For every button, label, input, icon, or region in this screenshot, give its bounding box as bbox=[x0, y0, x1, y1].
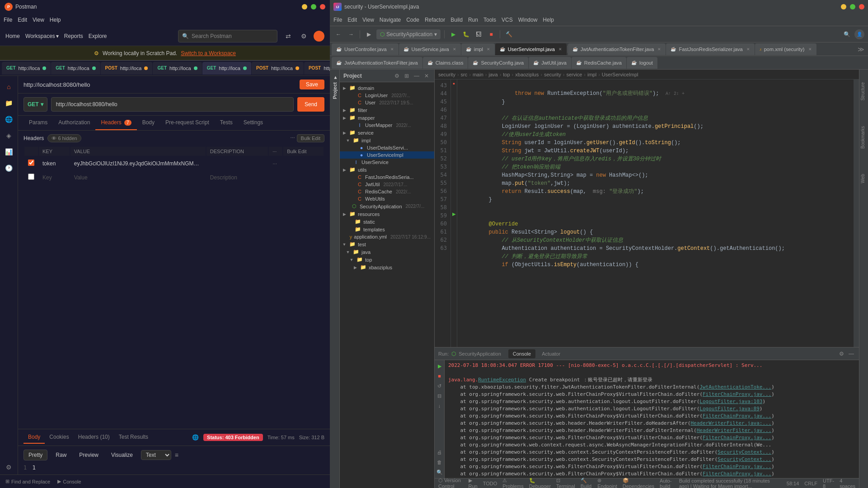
request-tab-3[interactable]: GET http://loca bbox=[153, 62, 202, 75]
console-filter-btn[interactable]: 🔍 bbox=[436, 468, 444, 476]
list-item[interactable]: ▶ 📁 mapper bbox=[340, 114, 434, 122]
ij-menu-window[interactable]: Window bbox=[518, 17, 538, 23]
ij-menu-vcs[interactable]: VCS bbox=[502, 17, 513, 23]
problems-btn[interactable]: ⚠ Problems bbox=[502, 478, 523, 488]
request-tab-4[interactable]: GET http://loca bbox=[202, 62, 251, 75]
ij-build-btn[interactable]: 🔨 bbox=[504, 29, 514, 39]
body-tab[interactable]: Body bbox=[137, 116, 160, 130]
list-item[interactable]: ▶ 📁 filter bbox=[340, 106, 434, 114]
reports-button[interactable]: Reports bbox=[64, 33, 83, 39]
header-enabled-checkbox[interactable] bbox=[28, 160, 34, 166]
stack-link[interactable]: FilterChainProxy.jav... bbox=[703, 435, 771, 441]
close-tab-icon[interactable]: ✕ bbox=[808, 47, 812, 52]
ij-filetab-userserviceimpl[interactable]: ☕ UserServiceImpl.java ✕ bbox=[495, 43, 567, 55]
breadcrumb-item[interactable]: security bbox=[438, 72, 455, 77]
request-tab-0[interactable]: GET http://loca bbox=[2, 62, 51, 75]
breadcrumb-item[interactable]: java bbox=[488, 72, 497, 77]
menu-view[interactable]: View bbox=[33, 17, 44, 23]
ij-source-code[interactable]: throw new RuntimeException("用户名或密码错误"); … bbox=[457, 80, 854, 347]
ij-global-search-btn[interactable]: 🔍 bbox=[842, 29, 852, 39]
ij-filetab-claims[interactable]: ☕ Claims.class bbox=[423, 57, 468, 69]
settings-icon[interactable]: ⚙ bbox=[298, 31, 309, 42]
list-item[interactable]: C FastJsonRedisSeria... bbox=[340, 174, 434, 181]
request-tab-6[interactable]: POST http://loca bbox=[304, 62, 330, 75]
breadcrumb-item[interactable]: impl bbox=[587, 72, 596, 77]
header-key-cell[interactable]: token bbox=[39, 157, 70, 170]
sidebar-icon-home[interactable]: ⌂ bbox=[2, 80, 16, 94]
list-item[interactable]: ▶ 📁 domain bbox=[340, 84, 434, 92]
list-item[interactable]: C LoginUser 2022/7/... bbox=[340, 92, 434, 99]
ij-menu-refactor[interactable]: Refactor bbox=[425, 17, 445, 23]
list-item[interactable]: ▶ 📁 utils bbox=[340, 166, 434, 174]
ij-menu-file[interactable]: File bbox=[333, 17, 342, 23]
structure-tab-label[interactable]: Structure bbox=[859, 79, 868, 104]
list-item[interactable]: ▶ 📁 service bbox=[340, 129, 434, 136]
console-close-icon[interactable]: — bbox=[847, 350, 855, 358]
ij-forward-btn[interactable]: → bbox=[346, 29, 356, 39]
sidebar-icon-environments[interactable]: 🌐 bbox=[2, 112, 16, 127]
workspaces-button[interactable]: Workspaces ▾ bbox=[25, 33, 59, 39]
close-tab-icon[interactable]: ✕ bbox=[558, 47, 562, 52]
notification-link[interactable]: Switch to a Workspace bbox=[181, 50, 236, 56]
list-item[interactable]: 📁 templates bbox=[340, 225, 434, 233]
list-item[interactable]: ▼ 📁 top bbox=[340, 256, 434, 263]
wrap-icon[interactable]: ≡ bbox=[175, 451, 178, 459]
autobuild-btn[interactable]: Auto-build bbox=[660, 478, 674, 488]
breadcrumb-item[interactable]: security bbox=[544, 72, 561, 77]
web-tab-label[interactable]: Web bbox=[859, 170, 868, 187]
minimize-button[interactable] bbox=[302, 4, 307, 9]
breadcrumb-item[interactable]: service bbox=[567, 72, 582, 77]
ij-filetab-jwt[interactable]: ☕ JwtAuthenticationTokenFilter.java ✕ bbox=[568, 43, 666, 55]
ij-filetab-usercontroller[interactable]: ☕ UserController.java ✕ bbox=[332, 43, 399, 55]
project-tab-label[interactable]: Project ▾ bbox=[331, 71, 338, 103]
pre-request-tab[interactable]: Pre-request Script bbox=[160, 116, 215, 130]
ij-menu-code[interactable]: Code bbox=[406, 17, 419, 23]
new-key-cell[interactable]: Key bbox=[39, 171, 70, 184]
panel-expand-icon[interactable]: ⊞ bbox=[403, 72, 411, 80]
menu-file[interactable]: File bbox=[4, 17, 12, 23]
list-item[interactable]: ▼ 📁 test bbox=[340, 240, 434, 248]
encoding[interactable]: UTF-8 bbox=[823, 478, 834, 488]
ij-filetab-jwtfilter[interactable]: ☕ JwtAuthenticationTokenFilter.java bbox=[332, 57, 422, 69]
list-item[interactable]: I UserMapper 2022/... bbox=[340, 122, 434, 129]
exception-link[interactable]: RuntimeException bbox=[478, 377, 526, 383]
close-button[interactable] bbox=[320, 4, 325, 9]
console-scroll-btn[interactable]: ↓ bbox=[436, 402, 444, 410]
body-resp-tab[interactable]: Body bbox=[23, 431, 45, 444]
ij-menu-edit[interactable]: Edit bbox=[347, 17, 357, 23]
sidebar-icon-history[interactable]: 🕐 bbox=[2, 161, 16, 175]
sidebar-icon-monitor[interactable]: 📊 bbox=[2, 145, 16, 159]
headers-tab[interactable]: Headers 7 bbox=[95, 116, 136, 130]
line-ending[interactable]: CRLF bbox=[804, 481, 817, 486]
list-item[interactable]: ▶ 📁 xbaoziplus bbox=[340, 263, 434, 271]
list-item[interactable]: C User 2022/7/17 19:5... bbox=[340, 99, 434, 106]
new-header-checkbox[interactable] bbox=[28, 174, 34, 180]
close-tab-icon[interactable]: ✕ bbox=[746, 47, 750, 52]
ij-menu-build[interactable]: Build bbox=[450, 17, 463, 23]
run-configuration-selector[interactable]: ⬡ SecurityApplication ▾ bbox=[376, 29, 441, 39]
sidebar-icon-collections[interactable]: 📁 bbox=[2, 96, 16, 110]
indent-size[interactable]: 4 spaces bbox=[840, 478, 855, 488]
console-settings-icon[interactable]: ⚙ bbox=[837, 350, 845, 358]
ij-play-btn[interactable]: ▶ bbox=[448, 29, 458, 39]
ij-menu-view[interactable]: View bbox=[362, 17, 374, 23]
new-value-cell[interactable]: Value bbox=[70, 171, 206, 184]
list-item[interactable]: C JwtUtil 2022/7/17... bbox=[340, 181, 434, 188]
list-item[interactable]: ● UserDetailsServi... bbox=[340, 144, 434, 151]
maximize-button[interactable] bbox=[311, 4, 316, 9]
console-print-btn[interactable]: 🖨 bbox=[436, 448, 444, 456]
ij-user-icon[interactable]: 👤 bbox=[854, 29, 864, 39]
settings-tab[interactable]: Settings bbox=[238, 116, 268, 130]
breadcrumb-item[interactable]: src bbox=[461, 72, 468, 77]
explore-button[interactable]: Explore bbox=[89, 33, 107, 39]
stack-link[interactable]: HeaderWriterFilter.jav... bbox=[697, 427, 772, 433]
request-tab-5[interactable]: POST http://loca bbox=[252, 62, 304, 75]
breakpoint-marker[interactable]: ● bbox=[451, 80, 457, 88]
header-value-cell[interactable]: eyJhbGciOiJlUzI1NiJ9.eyJqdGkiOiJmMmMxNGM… bbox=[70, 157, 206, 170]
ij-minimize-button[interactable] bbox=[841, 4, 846, 9]
list-item[interactable]: ⬡ SecurityApplication 2022/7/... bbox=[340, 202, 434, 210]
run-marker[interactable]: ▶ bbox=[451, 210, 457, 218]
params-tab[interactable]: Params bbox=[23, 116, 53, 130]
panel-close-icon[interactable]: ✕ bbox=[422, 72, 431, 80]
header-description-cell[interactable] bbox=[206, 157, 268, 170]
